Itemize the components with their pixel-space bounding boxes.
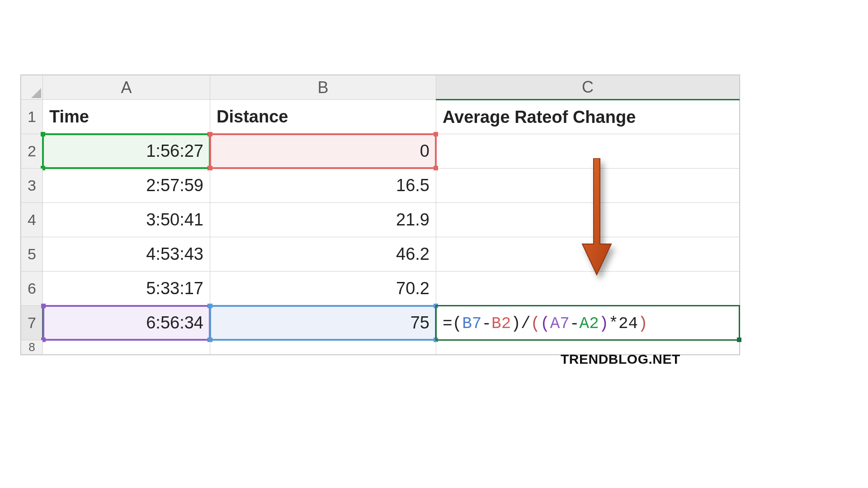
row-header-7[interactable]: 7 (21, 306, 43, 340)
cell-A4[interactable]: 3:50:41 (43, 203, 210, 237)
cell-B4[interactable]: 21.9 (210, 203, 436, 237)
column-header-row: A B C (21, 75, 740, 100)
column-header-C[interactable]: C (436, 75, 740, 100)
cell-B7[interactable]: 75 (210, 306, 436, 340)
row-3: 3 2:57:59 16.5 (21, 169, 740, 203)
select-all-corner[interactable] (21, 75, 43, 100)
cell-C3[interactable] (436, 169, 740, 203)
row-5: 5 4:53:43 46.2 (21, 237, 740, 272)
ref-box-B2 (210, 134, 436, 168)
watermark-text: TRENDBLOG.NET (561, 352, 680, 367)
row-1: 1 Time Distance Average Rateof Change (21, 100, 740, 134)
cell-A7[interactable]: 6:56:34 (43, 306, 210, 340)
cell-C4[interactable] (436, 203, 740, 237)
ref-box-B7 (210, 306, 436, 340)
cell-B2-value: 0 (420, 141, 429, 160)
cell-B3[interactable]: 16.5 (210, 169, 436, 203)
cell-A6[interactable]: 5:33:17 (43, 272, 210, 306)
row-4: 4 3:50:41 21.9 (21, 203, 740, 237)
cell-A7-value: 6:56:34 (146, 313, 203, 332)
cell-B6[interactable]: 70.2 (210, 272, 436, 306)
column-header-B[interactable]: B (210, 75, 436, 100)
grid[interactable]: A B C 1 Time Distance Average Rateof Cha… (21, 75, 740, 355)
cell-A5[interactable]: 4:53:43 (43, 237, 210, 272)
cell-B7-value: 75 (410, 313, 429, 332)
cell-B8[interactable] (210, 340, 436, 355)
spreadsheet[interactable]: A B C 1 Time Distance Average Rateof Cha… (20, 75, 740, 355)
row-header-3[interactable]: 3 (21, 169, 43, 203)
cell-B1[interactable]: Distance (210, 100, 436, 134)
row-header-8[interactable]: 8 (21, 340, 43, 355)
row-header-1[interactable]: 1 (21, 100, 43, 134)
cell-A2-value: 1:56:27 (146, 141, 203, 160)
row-header-4[interactable]: 4 (21, 203, 43, 237)
cell-C7[interactable]: =(B7-B2)/((A7-A2)*24) (436, 306, 740, 340)
row-7: 7 6:56:34 75 (21, 306, 740, 340)
cell-A3[interactable]: 2:57:59 (43, 169, 210, 203)
column-header-A[interactable]: A (43, 75, 210, 100)
row-header-6[interactable]: 6 (21, 272, 43, 306)
row-header-5[interactable]: 5 (21, 237, 43, 272)
cell-A2[interactable]: 1:56:27 (43, 134, 210, 169)
row-6: 6 5:33:17 70.2 (21, 272, 740, 306)
cell-A8[interactable] (43, 340, 210, 355)
cell-A1[interactable]: Time (43, 100, 210, 134)
row-header-2[interactable]: 2 (21, 134, 43, 169)
cell-B5[interactable]: 46.2 (210, 237, 436, 272)
cell-C2[interactable] (436, 134, 740, 169)
cell-C6[interactable] (436, 272, 740, 306)
canvas: A B C 1 Time Distance Average Rateof Cha… (0, 0, 868, 488)
cell-C5[interactable] (436, 237, 740, 272)
row-2: 2 1:56:27 0 (21, 134, 740, 169)
formula-text: =(B7-B2)/((A7-A2)*24) (443, 314, 648, 333)
cell-B2[interactable]: 0 (210, 134, 436, 169)
cell-C1[interactable]: Average Rateof Change (436, 100, 740, 134)
